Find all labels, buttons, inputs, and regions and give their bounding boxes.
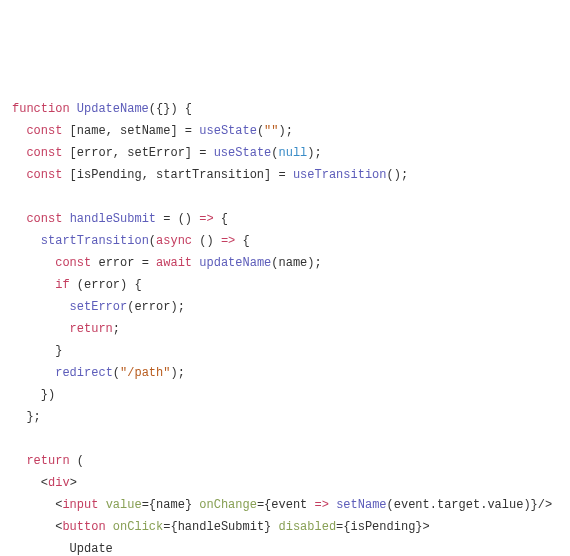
token-ident: isPending [77, 168, 142, 182]
token-punc: ] = [185, 146, 214, 160]
code-line [12, 186, 558, 208]
token-punc: ) { [120, 278, 142, 292]
token-punc: ( [271, 256, 278, 270]
token-punc: } [185, 498, 199, 512]
token-punc: ={ [257, 498, 271, 512]
token-punc: ] = [264, 168, 293, 182]
code-line: const [error, setError] = useState(null)… [12, 142, 558, 164]
token-punc: (); [387, 168, 409, 182]
code-line: Update [12, 538, 558, 556]
token-punc: , [142, 168, 156, 182]
token-punc [70, 102, 77, 116]
token-attr: onClick [113, 520, 163, 534]
token-punc: < [41, 476, 48, 490]
token-ident: error [98, 256, 134, 270]
token-keyword: function [12, 102, 70, 116]
token-punc: ={ [336, 520, 350, 534]
token-string: "/path" [120, 366, 170, 380]
token-func: redirect [55, 366, 113, 380]
token-func: setName [336, 498, 386, 512]
token-punc: ( [70, 454, 84, 468]
token-keyword: => [199, 212, 213, 226]
token-keyword: const [26, 124, 62, 138]
token-ident: startTransition [156, 168, 264, 182]
token-punc [98, 498, 105, 512]
token-ident: target [437, 498, 480, 512]
code-line: redirect("/path"); [12, 362, 558, 384]
token-ident: name [77, 124, 106, 138]
token-punc: ( [113, 366, 120, 380]
token-punc: ={ [163, 520, 177, 534]
token-punc: , [106, 124, 120, 138]
token-punc: ({}) { [149, 102, 192, 116]
code-line: <div> [12, 472, 558, 494]
code-line: <button onClick={handleSubmit} disabled=… [12, 516, 558, 538]
token-punc: [ [62, 124, 76, 138]
token-punc: } [264, 520, 278, 534]
token-keyword: await [156, 256, 192, 270]
token-ident: error [134, 300, 170, 314]
token-keyword: => [315, 498, 329, 512]
token-keyword: => [221, 234, 235, 248]
code-line: startTransition(async () => { [12, 230, 558, 252]
token-punc: ={ [142, 498, 156, 512]
token-keyword: const [26, 212, 62, 226]
token-keyword: async [156, 234, 192, 248]
token-punc: } [55, 344, 62, 358]
token-keyword: return [26, 454, 69, 468]
token-func: handleSubmit [70, 212, 156, 226]
token-punc: () [192, 234, 221, 248]
token-keyword: const [26, 146, 62, 160]
token-punc: }; [26, 410, 40, 424]
code-line [12, 428, 558, 450]
code-line: return; [12, 318, 558, 340]
token-punc: ( [387, 498, 394, 512]
code-line: const handleSubmit = () => { [12, 208, 558, 230]
token-ident: name [156, 498, 185, 512]
token-keyword: return [70, 322, 113, 336]
token-ident: setError [127, 146, 185, 160]
code-line: const error = await updateName(name); [12, 252, 558, 274]
token-string: "" [264, 124, 278, 138]
token-const: null [278, 146, 307, 160]
token-punc: ); [170, 366, 184, 380]
code-line: }) [12, 384, 558, 406]
token-punc: ); [307, 146, 321, 160]
token-punc: { [235, 234, 249, 248]
token-punc: ( [70, 278, 84, 292]
code-line: if (error) { [12, 274, 558, 296]
token-punc: ); [279, 124, 293, 138]
token-func: startTransition [41, 234, 149, 248]
token-tagname: button [62, 520, 105, 534]
token-ident: value [487, 498, 523, 512]
token-punc: [ [62, 146, 76, 160]
token-ident: error [84, 278, 120, 292]
token-punc: , [113, 146, 127, 160]
token-func: setError [70, 300, 128, 314]
token-ident: name [279, 256, 308, 270]
token-keyword: const [55, 256, 91, 270]
token-punc: }) [41, 388, 55, 402]
token-keyword: if [55, 278, 69, 292]
token-ident: handleSubmit [178, 520, 264, 534]
code-line: const [isPending, startTransition] = use… [12, 164, 558, 186]
code-line: setError(error); [12, 296, 558, 318]
code-line: } [12, 340, 558, 362]
token-attr: value [106, 498, 142, 512]
token-punc [106, 520, 113, 534]
token-ident: error [77, 146, 113, 160]
token-ident: event [394, 498, 430, 512]
token-ident: setName [120, 124, 170, 138]
token-punc [62, 212, 69, 226]
token-func: useState [214, 146, 272, 160]
token-punc: = [134, 256, 156, 270]
token-punc: }> [415, 520, 429, 534]
token-punc: [ [62, 168, 76, 182]
token-ident: isPending [351, 520, 416, 534]
token-punc: > [70, 476, 77, 490]
token-func: useTransition [293, 168, 387, 182]
code-line: <input value={name} onChange={event => s… [12, 494, 558, 516]
code-snippet: function UpdateName({}) { const [name, s… [12, 98, 558, 556]
code-line: return ( [12, 450, 558, 472]
token-attr: onChange [199, 498, 257, 512]
